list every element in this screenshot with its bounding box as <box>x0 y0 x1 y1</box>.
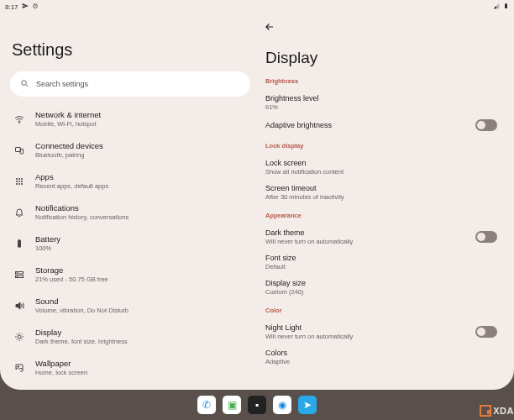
setting-subtitle: Adaptive <box>265 358 290 365</box>
settings-category-accessibility[interactable]: AccessibilityDisplay, interaction, audio <box>10 383 250 390</box>
corner-decoration <box>0 370 20 390</box>
settings-category-display[interactable]: DisplayDark theme, font size, brightness <box>10 321 250 352</box>
setting-row[interactable]: ColorsAdaptive <box>264 344 499 370</box>
svg-point-4 <box>19 122 20 123</box>
category-title: Connected devices <box>35 141 103 150</box>
category-title: Apps <box>35 172 108 181</box>
setting-title: Screen timeout <box>265 184 344 192</box>
svg-point-10 <box>16 181 18 182</box>
devices-icon <box>13 145 25 155</box>
signal-icon <box>493 3 500 11</box>
settings-category-list: Network & internetMobile, Wi-Fi, hotspot… <box>10 103 250 390</box>
settings-category-apps[interactable]: AppsRecent apps, default apps <box>10 165 250 197</box>
setting-title: Colors <box>265 349 290 357</box>
category-subtitle: Bluetooth, pairing <box>35 151 103 159</box>
setting-subtitle: Default <box>265 263 296 270</box>
category-title: Battery <box>35 234 60 244</box>
taskbar-app-telegram[interactable]: ➤ <box>298 396 317 414</box>
svg-point-11 <box>18 181 20 182</box>
setting-row[interactable]: Screen timeoutAfter 30 minutes of inacti… <box>264 180 499 205</box>
section-label: Appearance <box>265 212 499 219</box>
category-subtitle: Mobile, Wi-Fi, hotspot <box>35 120 101 128</box>
category-subtitle: Dark theme, font size, brightness <box>35 338 128 345</box>
setting-row[interactable]: Lock screenShow all notification content <box>264 155 499 180</box>
svg-point-22 <box>18 335 21 339</box>
svg-point-8 <box>18 178 20 180</box>
section-label: Color <box>265 307 499 314</box>
settings-category-bell[interactable]: NotificationsNotification history, conve… <box>10 197 250 228</box>
search-icon <box>20 79 29 90</box>
category-subtitle: Notification history, conversations <box>35 213 128 221</box>
taskbar-app-terminal[interactable]: ▪ <box>248 396 266 414</box>
battery-icon <box>13 239 25 249</box>
setting-subtitle: 61% <box>265 103 319 111</box>
setting-subtitle: After 30 minutes of inactivity <box>265 193 344 201</box>
setting-subtitle: Will never turn on automatically <box>265 333 353 340</box>
setting-title: Brightness level <box>265 94 319 102</box>
setting-title: Lock screen <box>265 159 344 167</box>
category-title: Notifications <box>35 203 128 213</box>
setting-row[interactable]: Dark themeWill never turn on automatical… <box>264 224 499 249</box>
svg-point-20 <box>17 272 18 273</box>
toggle-switch[interactable] <box>475 119 497 131</box>
setting-subtitle: Will never turn on automatically <box>265 238 353 245</box>
setting-title: Display size <box>265 279 306 287</box>
display-icon <box>13 332 25 342</box>
alarm-icon <box>32 3 39 11</box>
category-title: Sound <box>35 297 128 306</box>
status-time: 8:17 <box>5 3 18 11</box>
setting-title: Night Light <box>265 323 353 332</box>
setting-row[interactable]: Night LightWill never turn on automatica… <box>264 319 499 344</box>
main-split: Settings Search settings Network & inter… <box>0 13 514 390</box>
search-input[interactable]: Search settings <box>10 71 250 97</box>
settings-category-wallpaper[interactable]: WallpaperHome, lock screen <box>10 352 250 383</box>
setting-row[interactable]: Display sizeCustom (240) <box>264 275 499 300</box>
bell-icon <box>13 207 25 218</box>
section-label: Lock display <box>265 142 499 150</box>
storage-icon <box>13 270 25 280</box>
toggle-switch[interactable] <box>475 326 497 338</box>
svg-point-3 <box>22 80 27 85</box>
category-subtitle: 21% used - 50.75 GB free <box>35 276 108 283</box>
settings-category-wifi[interactable]: Network & internetMobile, Wi-Fi, hotspot <box>10 103 250 134</box>
category-subtitle: Volume, vibration, Do Not Disturb <box>35 307 128 314</box>
svg-point-12 <box>21 181 23 182</box>
settings-pane: Settings Search settings Network & inter… <box>0 13 257 390</box>
settings-category-battery[interactable]: Battery100% <box>10 228 250 259</box>
watermark-text: XDA <box>493 406 514 416</box>
toggle-switch[interactable] <box>475 231 497 243</box>
taskbar-app-files[interactable]: ▣ <box>223 396 241 414</box>
setting-row[interactable]: Adaptive brightness <box>264 115 499 135</box>
display-pane: Display BrightnessBrightness level61%Ada… <box>257 13 514 390</box>
svg-rect-17 <box>18 239 20 241</box>
settings-category-storage[interactable]: Storage21% used - 50.75 GB free <box>10 259 250 290</box>
category-subtitle: Recent apps, default apps <box>35 182 108 190</box>
svg-point-13 <box>16 183 18 185</box>
svg-rect-2 <box>506 3 506 4</box>
svg-point-15 <box>21 183 23 185</box>
svg-point-14 <box>18 183 20 185</box>
setting-row[interactable]: Font sizeDefault <box>264 249 499 275</box>
section-label: Brightness <box>265 77 499 85</box>
category-subtitle: 100% <box>35 244 60 252</box>
corner-decoration <box>494 370 514 390</box>
send-icon <box>22 3 29 11</box>
settings-category-devices[interactable]: Connected devicesBluetooth, pairing <box>10 134 250 165</box>
settings-category-sound[interactable]: SoundVolume, vibration, Do Not Disturb <box>10 290 250 321</box>
svg-rect-16 <box>18 240 21 248</box>
svg-point-24 <box>18 365 19 367</box>
battery-icon <box>503 2 509 12</box>
taskbar-app-browser[interactable]: ◉ <box>273 396 291 414</box>
display-title: Display <box>265 49 499 67</box>
taskbar-app-phone[interactable]: ✆ <box>197 396 216 414</box>
xda-watermark: XDA <box>480 405 514 417</box>
display-sections: BrightnessBrightness level61%Adaptive br… <box>264 77 499 370</box>
apps-icon <box>13 176 25 186</box>
setting-row[interactable]: Brightness level61% <box>264 90 499 115</box>
taskbar-apps: ✆▣▪◉➤ <box>197 396 317 414</box>
setting-title: Font size <box>265 254 296 262</box>
search-placeholder: Search settings <box>36 80 88 88</box>
taskbar: ✆▣▪◉➤ XDA <box>0 390 514 420</box>
setting-title: Adaptive brightness <box>265 121 332 129</box>
back-button[interactable] <box>264 21 275 36</box>
